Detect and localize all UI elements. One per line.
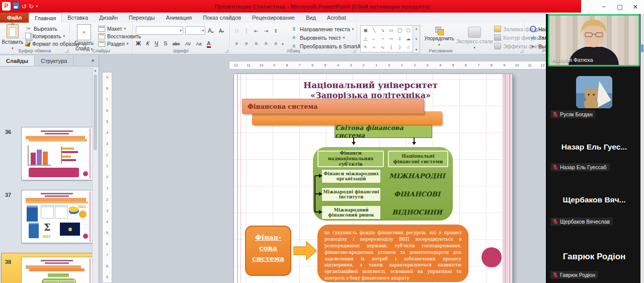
header-box-supranational[interactable]: Фінанси наднаціональних суб'єктів: [317, 151, 384, 167]
tab-view[interactable]: Вид: [300, 13, 321, 23]
vertical-ruler: 9876543210123456789: [102, 72, 112, 283]
pink-circle-decoration[interactable]: [481, 247, 502, 267]
panel-tab-outline[interactable]: Структура: [35, 55, 73, 66]
word-international: МІЖНАРОДНІ: [384, 172, 450, 180]
slide-title[interactable]: Національний університет «Запорізька пол…: [249, 80, 492, 101]
tab-file[interactable]: Файл: [0, 13, 29, 23]
tab-design[interactable]: Дизайн: [94, 13, 123, 23]
redo-icon[interactable]: ↻: [29, 4, 34, 10]
justify-button[interactable]: ≡: [262, 40, 270, 47]
scroll-up-icon[interactable]: ▴: [416, 27, 418, 31]
financial-system-banner[interactable]: Фінансова система: [242, 99, 424, 114]
paste-button[interactable]: Вставить ▾: [1, 24, 24, 50]
decrease-indent-button[interactable]: ⇤: [253, 28, 260, 35]
columns-button[interactable]: ≡: [272, 40, 280, 47]
item-box-financial-institutes[interactable]: Міжнародні фінансові інститути: [321, 187, 381, 201]
font-color-button[interactable]: A: [207, 40, 210, 48]
text-direction-button[interactable]: ⇕Направление текста▾: [290, 25, 354, 33]
meeting-panel: Наталія Фатюха Русяк Богдан Наза: [546, 14, 644, 283]
qat-dropdown-icon[interactable]: ▾: [36, 4, 38, 9]
align-text-icon: ≡: [290, 34, 298, 41]
scroll-up-icon[interactable]: ▴: [93, 67, 98, 74]
panel-tabs: Слайды Структура ×: [0, 55, 99, 66]
increase-indent-button[interactable]: ⇥: [262, 28, 270, 35]
undo-icon[interactable]: ↺: [22, 4, 27, 10]
meeting-close-button[interactable]: ✕: [628, 0, 643, 14]
meeting-maximize-button[interactable]: ▢: [612, 0, 627, 14]
font-size-select[interactable]: ▾: [185, 26, 205, 35]
shrink-font-button[interactable]: A▾: [219, 28, 224, 34]
font-name-select[interactable]: ▾: [136, 26, 183, 35]
slide-thumbnail-36[interactable]: [21, 127, 93, 180]
tab-transitions[interactable]: Переходы: [123, 13, 160, 23]
tab-review[interactable]: Рецензирование: [247, 13, 300, 23]
bullets-button[interactable]: ∷: [233, 28, 240, 35]
participant-tile[interactable]: Русяк Богдан: [547, 68, 641, 123]
arrange-label: Упорядочить: [423, 36, 456, 41]
arrange-button[interactable]: Упорядочить ▾: [423, 27, 456, 47]
panel-close-icon[interactable]: ×: [87, 55, 99, 66]
slide-number: 38: [5, 259, 11, 265]
shape-fill-icon: [494, 26, 501, 32]
line-spacing-button[interactable]: ⇕: [272, 28, 280, 35]
slide-canvas[interactable]: Національний університет «Запорізька пол…: [234, 74, 512, 283]
tab-acrobat[interactable]: Acrobat: [321, 13, 352, 23]
numbering-button[interactable]: ⋮: [243, 28, 250, 35]
character-spacing-button[interactable]: AV: [185, 41, 191, 46]
group-label-paragraph: Абзац: [230, 48, 357, 53]
slide-thumbnail-38[interactable]: [21, 257, 93, 283]
participant-tile[interactable]: Назар Ель Гуес... Назар Ель Гуессаб: [547, 123, 641, 177]
align-text-button[interactable]: ≡Выровнять текст▾: [290, 34, 345, 41]
dialog-launcher-icon[interactable]: ◿: [353, 49, 356, 53]
participant-tile[interactable]: Щербаков Вяч... Щербаков Вячеслав: [547, 177, 641, 231]
grow-font-button[interactable]: A▴: [208, 27, 214, 34]
muted-mic-icon: [552, 164, 558, 170]
dialog-launcher-icon[interactable]: ◿: [520, 49, 523, 53]
participant-display-name: Гаврюк Родіон: [547, 252, 641, 262]
cut-label: Вырезать: [34, 26, 57, 32]
item-box-financial-market[interactable]: Міжнародний фінансовий ринок: [321, 205, 381, 220]
word-financial: ФІНАНСОВІ: [384, 190, 450, 198]
save-icon: [13, 2, 20, 9]
financial-system-callout[interactable]: Фінан- сова система: [245, 226, 291, 276]
header-box-national[interactable]: Національні фінансові системи: [388, 151, 448, 167]
layout-icon: [98, 26, 105, 32]
strikethrough-button[interactable]: abc: [173, 41, 180, 46]
align-left-button[interactable]: ≡: [233, 40, 240, 47]
dialog-launcher-icon[interactable]: ◿: [65, 49, 68, 53]
definition-text-box[interactable]: це сукупність фондів фінансових ресурсів…: [317, 225, 468, 282]
scrollbar-thumb[interactable]: [94, 75, 97, 150]
align-center-button[interactable]: ≡: [243, 40, 250, 47]
panel-scrollbar[interactable]: ▴: [92, 67, 98, 283]
italic-button[interactable]: К: [146, 40, 149, 46]
change-case-button[interactable]: Aa: [196, 41, 202, 46]
tab-home[interactable]: Главная: [29, 13, 62, 23]
caret-icon: ▾: [202, 29, 204, 33]
reset-icon: [98, 33, 105, 39]
slide-thumbnail-37[interactable]: 2021 Σ 2021: [21, 190, 93, 243]
quick-styles-button[interactable]: Экспресс-стили ▾: [456, 27, 493, 50]
participant-tile[interactable]: Гаврюк Родіон Гаврюк Родіон: [547, 231, 641, 283]
world-financial-system-box[interactable]: Світова фінансова система: [335, 125, 432, 138]
tab-insert[interactable]: Вставка: [62, 13, 94, 23]
text-shadow-button[interactable]: S: [164, 40, 167, 46]
underline-button[interactable]: Ч: [154, 40, 158, 46]
meeting-scrollbar-thumb[interactable]: [641, 44, 643, 52]
connector-arrow-right: [414, 137, 415, 145]
dialog-launcher-icon[interactable]: ◿: [225, 49, 228, 53]
format-painter-icon: [25, 41, 31, 47]
align-right-button[interactable]: ≡: [253, 40, 260, 47]
meeting-minimize-button[interactable]: −: [596, 0, 611, 14]
participant-tile[interactable]: Наталія Фатюха: [548, 14, 640, 66]
yellow-block-arrow[interactable]: [293, 240, 317, 261]
panel-tab-slides[interactable]: Слайды: [0, 55, 35, 66]
bold-button[interactable]: Ж: [136, 40, 141, 46]
tab-animations[interactable]: Анимация: [160, 13, 198, 23]
save-button[interactable]: [13, 2, 20, 11]
item-box-international-orgs[interactable]: Фінанси міжнародних організацій: [321, 169, 381, 183]
scroll-down-icon[interactable]: ▾: [416, 37, 418, 41]
quick-styles-icon: [468, 27, 481, 38]
powerpoint-logo-icon: P: [2, 2, 11, 11]
tab-slideshow[interactable]: Показ слайдов: [197, 13, 247, 23]
meeting-scrollbar[interactable]: [640, 14, 644, 283]
